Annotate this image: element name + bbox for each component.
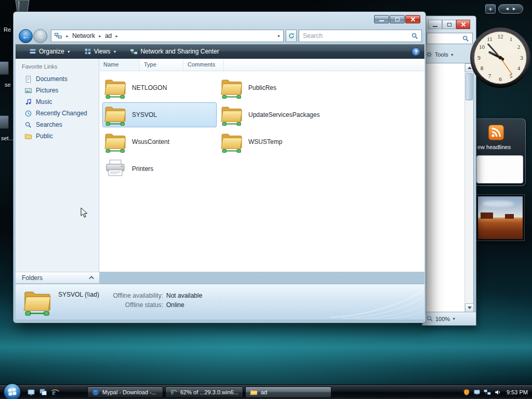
column-header-type[interactable]: Type [140, 59, 183, 71]
explorer-window: ← → ► Network ► ad ► ▼ [13, 11, 426, 323]
close-button[interactable] [405, 15, 420, 23]
show-desktop-icon[interactable] [27, 388, 35, 396]
shared-folder-icon [220, 76, 243, 99]
volume-icon[interactable] [494, 389, 501, 396]
music-icon [24, 98, 32, 106]
window-switcher-icon[interactable] [39, 388, 47, 396]
photo-gadget[interactable] [476, 194, 525, 241]
sidebar-item-music[interactable]: Music [16, 96, 99, 108]
help-icon[interactable]: ? [411, 47, 420, 56]
breadcrumb-dropdown-icon[interactable]: ▼ [274, 34, 283, 38]
taskbar-clock[interactable]: 9:53 PM [507, 389, 528, 395]
maximize-button[interactable] [390, 15, 405, 23]
search-box[interactable] [299, 30, 422, 42]
sidebar-item-public[interactable]: Public [16, 130, 99, 142]
breadcrumb-ad[interactable]: ad [105, 32, 112, 39]
feed-gadget[interactable]: ew headlines [474, 118, 526, 186]
desktop-icon-fragment[interactable] [0, 115, 9, 129]
breadcrumb[interactable]: ► Network ► ad ► ▼ [51, 30, 284, 42]
network-sharing-icon [130, 48, 138, 56]
sidebar-item-pictures[interactable]: Pictures [16, 85, 99, 96]
feed-headline[interactable]: ew headlines [477, 144, 525, 150]
gear-icon [425, 51, 433, 58]
file-tile-publicres[interactable]: PublicRes [219, 75, 333, 100]
column-header-comments[interactable]: Comments [183, 59, 224, 71]
ie-search-box[interactable] [427, 33, 473, 44]
network-sharing-label: Network and Sharing Center [140, 48, 219, 55]
windows-logo-icon [8, 388, 16, 396]
sidebar-item-label: Public [36, 132, 53, 140]
search-input[interactable] [303, 32, 411, 39]
back-button[interactable]: ← [19, 29, 33, 43]
sidebar-item-recently-changed[interactable]: Recently Changed [16, 108, 99, 119]
breadcrumb-network[interactable]: Network [72, 32, 95, 39]
public-folder-icon [24, 132, 32, 140]
svg-text:9: 9 [477, 55, 481, 61]
minimize-button[interactable] [374, 15, 389, 23]
refresh-button[interactable] [286, 30, 297, 42]
feed-list[interactable] [476, 155, 523, 183]
column-headers: Name Type Comments [99, 59, 424, 71]
scrollbar[interactable] [464, 63, 473, 312]
close-button[interactable] [456, 20, 470, 29]
taskbar-button-ad[interactable]: ad [245, 387, 331, 398]
svg-text:3: 3 [520, 55, 523, 61]
sidebar-item-documents[interactable]: Documents [16, 73, 99, 85]
svg-text:5: 5 [510, 73, 513, 79]
organize-button[interactable]: Organize ▼ [24, 46, 76, 57]
taskbar-button-download[interactable]: e 62% of ...29.3.0.win6... [165, 387, 243, 398]
network-sharing-center-button[interactable]: Network and Sharing Center [125, 46, 224, 57]
sidebar-item-label: Searches [36, 121, 62, 128]
folder-icon [250, 389, 258, 396]
minimize-button[interactable] [428, 20, 442, 29]
start-button[interactable] [4, 383, 21, 399]
breadcrumb-separator-icon: ► [115, 34, 118, 38]
maximize-button[interactable] [442, 20, 456, 29]
file-tile-printers[interactable]: Printers [102, 156, 217, 181]
file-tile-wsuscontent[interactable]: WsusContent [102, 129, 217, 154]
taskbar-button-mypal[interactable]: Mypal - Download -... [87, 387, 163, 398]
folders-bar[interactable]: Folders [16, 272, 99, 284]
desktop-label-fragment[interactable]: se [5, 82, 11, 88]
next-page-button[interactable]: ▶ [513, 7, 515, 11]
file-tile-sysvol[interactable]: SYSVOL [102, 102, 217, 127]
internet-explorer-icon: e [170, 389, 177, 396]
forward-button[interactable]: → [33, 29, 47, 43]
ie-toolbar: Tools ▼ » [425, 48, 474, 61]
previous-page-button[interactable]: ◀ [506, 7, 509, 11]
views-button[interactable]: Views ▼ [79, 46, 122, 57]
network-icon [54, 32, 62, 40]
clock-gadget[interactable]: 121234567891011 [469, 26, 532, 89]
column-header-name[interactable]: Name [99, 59, 140, 71]
chevron-down-icon: ▼ [113, 50, 116, 54]
add-gadget-button[interactable]: + [485, 4, 496, 14]
network-icon[interactable] [484, 389, 491, 396]
display-icon[interactable] [473, 389, 481, 396]
desktop-icon-fragment[interactable] [0, 61, 9, 75]
breadcrumb-separator-icon: ► [98, 34, 102, 38]
scroll-down-button[interactable] [465, 303, 474, 312]
tools-button[interactable]: Tools [435, 51, 448, 58]
details-title: SYSVOL (\\ad) [58, 291, 99, 298]
folders-label: Folders [22, 274, 43, 282]
plus-icon: + [488, 5, 493, 13]
security-shield-icon[interactable] [463, 389, 470, 396]
file-name: NETLOGON [132, 84, 167, 91]
favorite-links-title: Favorite Links [22, 63, 99, 70]
desktop-label-fragment[interactable]: Re [4, 26, 11, 33]
svg-text:6: 6 [499, 76, 502, 82]
file-tile-wsustemp[interactable]: WSUSTemp [219, 129, 333, 154]
desktop-label-fragment[interactable]: set... [1, 135, 14, 141]
mouse-cursor [81, 207, 88, 218]
taskbar-button-label: Mypal - Download -... [102, 389, 156, 395]
svg-text:4: 4 [517, 65, 521, 71]
details-pane: SYSVOL (\\ad) Offline availability:Not a… [16, 284, 424, 320]
zoom-level[interactable]: 100% [435, 316, 450, 322]
internet-explorer-icon[interactable]: e [51, 388, 59, 396]
file-tile-netlogon[interactable]: NETLOGON [102, 75, 217, 100]
sidebar-item-searches[interactable]: Searches [16, 119, 99, 130]
chevron-down-icon[interactable]: ▼ [452, 317, 456, 321]
breadcrumb-separator-icon: ► [65, 34, 69, 38]
chevron-up-icon [89, 276, 94, 281]
file-tile-updateservicespackages[interactable]: UpdateServicesPackages [219, 102, 333, 127]
